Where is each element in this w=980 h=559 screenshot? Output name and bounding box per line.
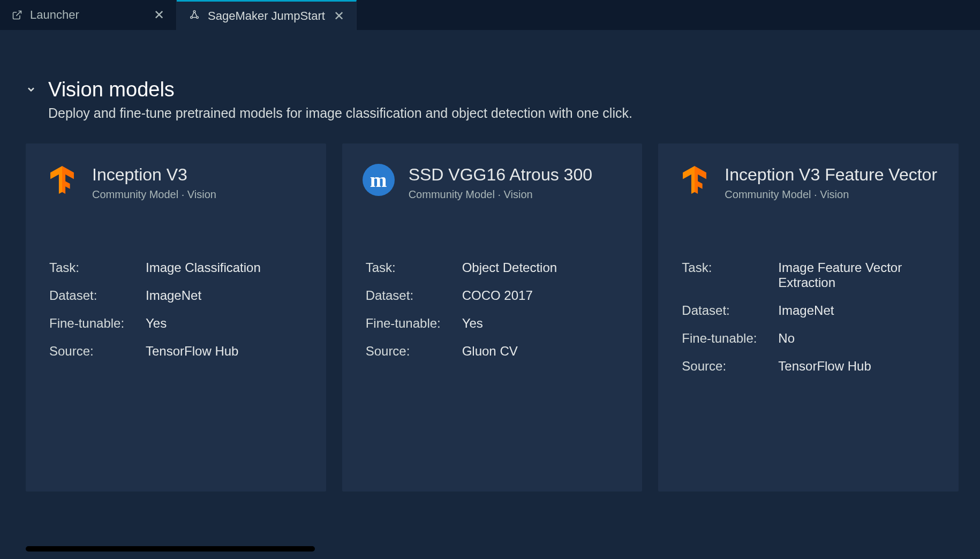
finetunable-value: No: [778, 331, 938, 346]
jumpstart-icon: [189, 9, 200, 24]
source-label: Source:: [366, 344, 451, 359]
finetunable-value: Yes: [462, 316, 622, 331]
tensorflow-icon: [679, 164, 711, 196]
model-card-inception-v3[interactable]: Inception V3 Community Model · Vision Ta…: [26, 143, 326, 492]
dataset-value: COCO 2017: [462, 288, 622, 303]
svg-point-3: [197, 16, 199, 18]
finetunable-label: Fine-tunable:: [49, 316, 135, 331]
source-value: TensorFlow Hub: [146, 344, 306, 359]
source-value: Gluon CV: [462, 344, 622, 359]
card-title: Inception V3: [92, 164, 306, 185]
mxnet-icon: m: [363, 164, 395, 196]
chevron-down-icon[interactable]: [26, 84, 36, 97]
cards-row: Inception V3 Community Model · Vision Ta…: [26, 143, 959, 492]
dataset-label: Dataset:: [366, 288, 451, 303]
source-value: TensorFlow Hub: [778, 359, 938, 374]
finetunable-label: Fine-tunable:: [682, 331, 767, 346]
section-header[interactable]: Vision models: [26, 78, 959, 101]
task-label: Task:: [366, 260, 451, 275]
task-label: Task:: [49, 260, 135, 275]
task-value: Image Feature Vector Extraction: [778, 260, 938, 290]
tab-launcher-title: Launcher: [30, 8, 79, 22]
dataset-value: ImageNet: [778, 303, 938, 318]
tensorflow-icon: [46, 164, 78, 196]
finetunable-label: Fine-tunable:: [366, 316, 451, 331]
card-title: SSD VGG16 Atrous 300: [409, 164, 622, 185]
card-meta: Community Model · Vision: [92, 188, 306, 201]
card-details: Task: Object Detection Dataset: COCO 201…: [366, 260, 622, 359]
section-title: Vision models: [48, 78, 175, 101]
dataset-label: Dataset:: [49, 288, 135, 303]
external-link-icon: [12, 10, 22, 20]
scrollbar-thumb[interactable]: [26, 546, 315, 552]
dataset-value: ImageNet: [146, 288, 306, 303]
card-details: Task: Image Classification Dataset: Imag…: [49, 260, 306, 359]
source-label: Source:: [682, 359, 767, 374]
tab-sagemaker-jumpstart[interactable]: SageMaker JumpStart ✕: [177, 0, 357, 30]
svg-point-2: [193, 10, 195, 12]
dataset-label: Dataset:: [682, 303, 767, 318]
task-value: Image Classification: [146, 260, 306, 275]
card-title: Inception V3 Feature Vector: [725, 164, 938, 185]
section-subtitle: Deploy and fine-tune pretrained models f…: [48, 105, 959, 121]
tab-jumpstart-title: SageMaker JumpStart: [208, 9, 325, 23]
model-card-ssd-vgg16[interactable]: m SSD VGG16 Atrous 300 Community Model ·…: [342, 143, 643, 492]
source-label: Source:: [49, 344, 135, 359]
model-card-inception-v3-feature-vector[interactable]: Inception V3 Feature Vector Community Mo…: [658, 143, 959, 492]
card-meta: Community Model · Vision: [409, 188, 622, 201]
task-label: Task:: [682, 260, 767, 290]
card-meta: Community Model · Vision: [725, 188, 938, 201]
finetunable-value: Yes: [146, 316, 306, 331]
close-icon[interactable]: ✕: [331, 6, 346, 26]
task-value: Object Detection: [462, 260, 622, 275]
tab-bar: Launcher ✕ SageMaker JumpStart ✕: [0, 0, 980, 30]
card-details: Task: Image Feature Vector Extraction Da…: [682, 260, 938, 374]
svg-point-1: [191, 16, 193, 18]
main-content: Vision models Deploy and fine-tune pretr…: [0, 30, 980, 559]
close-icon[interactable]: ✕: [152, 5, 167, 25]
horizontal-scrollbar[interactable]: [26, 546, 336, 552]
tab-launcher[interactable]: Launcher ✕: [0, 0, 177, 30]
svg-line-0: [16, 11, 21, 16]
